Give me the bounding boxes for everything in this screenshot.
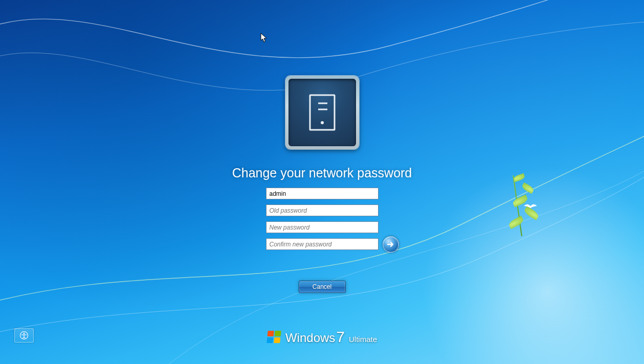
svg-rect-0 — [310, 95, 335, 130]
server-tower-icon — [309, 94, 336, 131]
os-name: Windows 7 Ultimate — [285, 328, 377, 346]
account-picture-frame — [285, 76, 359, 149]
cancel-button[interactable]: Cancel — [299, 281, 346, 293]
old-password-input[interactable] — [266, 204, 379, 216]
mouse-cursor-icon — [260, 33, 268, 43]
fields-container — [266, 188, 379, 250]
bird-decoration — [523, 201, 538, 211]
password-change-panel: Change your network password Cancel — [210, 76, 435, 293]
username-input[interactable] — [266, 188, 379, 199]
submit-button[interactable] — [383, 236, 399, 253]
arrow-right-icon — [386, 240, 395, 249]
account-picture — [288, 79, 356, 146]
product-version: 7 — [336, 328, 345, 346]
product-name: Windows — [285, 331, 335, 345]
ease-of-access-icon — [19, 331, 29, 340]
confirm-password-input[interactable] — [266, 238, 379, 250]
svg-point-3 — [321, 121, 324, 124]
new-password-input[interactable] — [266, 221, 379, 233]
ease-of-access-button[interactable] — [14, 328, 34, 343]
svg-point-5 — [23, 333, 25, 334]
page-title: Change your network password — [232, 166, 412, 180]
os-branding: Windows 7 Ultimate — [267, 328, 377, 346]
windows-logo-icon — [267, 331, 281, 343]
product-edition: Ultimate — [349, 335, 377, 344]
